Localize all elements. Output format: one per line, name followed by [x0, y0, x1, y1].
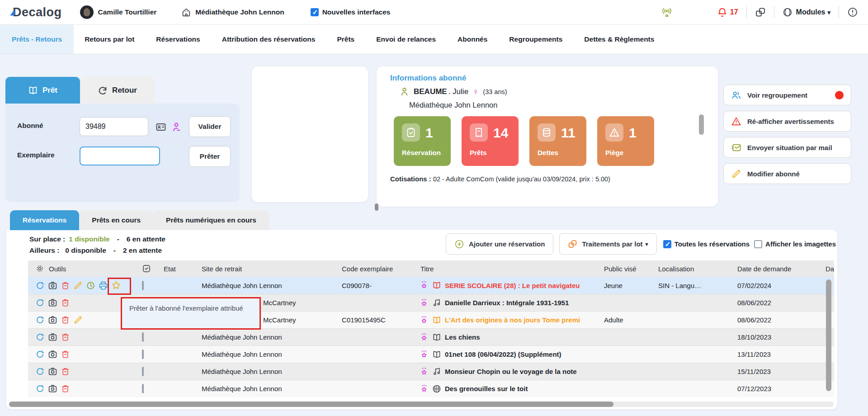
tab-prets-numeriques[interactable]: Prêts numériques en cours — [153, 210, 269, 230]
table-horizontal-scrollbar[interactable] — [9, 402, 613, 407]
renew-icon[interactable] — [35, 384, 45, 393]
nav-regroupements[interactable]: Regroupements — [498, 25, 573, 54]
user-name[interactable]: Camille Tourtillier — [98, 8, 157, 16]
stat-reservation[interactable]: 1 Réservation — [394, 116, 451, 166]
camera-icon[interactable] — [48, 332, 57, 342]
link-chain-icon[interactable] — [755, 7, 766, 18]
row-checkbox[interactable] — [142, 384, 144, 393]
panel-scrollbar[interactable] — [699, 114, 704, 135]
trash-icon[interactable] — [61, 384, 70, 393]
camera-icon[interactable] — [48, 350, 57, 359]
show-thumbnails-checkbox[interactable] — [754, 240, 762, 248]
nav-retours-par-lot[interactable]: Retours par lot — [74, 25, 145, 54]
tab-retour[interactable]: Retour — [80, 77, 155, 104]
tab-retour-label: Retour — [112, 86, 137, 95]
trash-icon[interactable] — [61, 298, 70, 307]
cell-title[interactable]: 01net 108 (06/04/2022) (Supplément) — [445, 350, 561, 358]
table-row[interactable]: Médiathèque John Lennon 01net 108 (06/04… — [28, 345, 834, 363]
preter-button[interactable]: Prêter — [189, 146, 231, 167]
camera-icon[interactable] — [48, 384, 57, 393]
camera-icon[interactable] — [48, 315, 57, 325]
notifications-button[interactable]: 17 — [717, 7, 738, 18]
rfid-antenna-icon[interactable] — [661, 6, 673, 18]
trash-icon[interactable] — [61, 315, 70, 325]
camera-icon[interactable] — [48, 367, 57, 376]
trash-icon[interactable] — [61, 332, 70, 342]
row-checkbox[interactable] — [142, 367, 144, 376]
reafficher-avertissements-button[interactable]: Ré-afficher avertissements — [723, 111, 851, 132]
pencil-icon[interactable] — [73, 315, 83, 325]
row-checkbox[interactable] — [142, 350, 144, 359]
nav-attribution-reservations[interactable]: Attribution des réservations — [211, 25, 326, 54]
nav-prets-retours[interactable]: Prêts - Retours — [0, 25, 74, 54]
cell-title[interactable]: SERIE SCOLAIRE (28) : Le petit navigateu — [445, 282, 580, 289]
cell-title[interactable]: Des grenouilles sur le toit — [445, 385, 528, 392]
cell-title[interactable]: Monsieur Chopin ou le voyage de la note — [445, 368, 577, 375]
modifier-abonne-button[interactable]: Modifier abonné — [723, 163, 851, 184]
renew-icon[interactable] — [35, 281, 45, 290]
row-checkbox[interactable] — [142, 281, 144, 290]
camera-icon[interactable] — [48, 281, 57, 290]
cell-title[interactable]: L'Art des origines à nos jours Tome prem… — [445, 316, 580, 324]
modules-menu[interactable]: Modules ▾ — [783, 7, 830, 17]
stat-prets[interactable]: 14 Prêts — [462, 116, 519, 166]
clock-history-icon[interactable] — [86, 281, 95, 290]
renew-icon[interactable] — [35, 315, 45, 325]
new-interfaces-toggle[interactable]: Nouvelles interfaces — [311, 8, 391, 16]
cell-title[interactable]: Les chiens — [445, 333, 480, 341]
new-interfaces-checkbox[interactable] — [311, 8, 319, 16]
cell-date: 07/02/2024 — [731, 282, 819, 289]
camera-icon[interactable] — [48, 298, 57, 307]
person-minus-icon[interactable] — [171, 122, 182, 132]
stat-piege[interactable]: 1 Piège — [597, 116, 654, 166]
all-reservations-checkbox[interactable] — [663, 240, 671, 248]
nav-abonnes[interactable]: Abonnés — [447, 25, 498, 54]
panel-scroll-dash[interactable] — [375, 203, 378, 211]
stat-dettes[interactable]: 11 Dettes — [529, 116, 586, 166]
current-site[interactable]: Médiathèque John Lennon — [181, 7, 284, 17]
tab-prets-en-cours[interactable]: Prêts en cours — [79, 210, 153, 230]
table-row[interactable]: Médiathèque John Lennon C090078- SERIE S… — [28, 277, 834, 294]
tab-pret[interactable]: Prêt — [5, 77, 80, 104]
all-reservations-toggle[interactable]: Toutes les réservations — [663, 240, 750, 248]
renew-icon[interactable] — [35, 350, 45, 359]
patron-stats: 1 Réservation 14 Prêts 11 Dettes 1 Piège — [394, 116, 654, 166]
gear-icon[interactable] — [35, 264, 44, 273]
select-all-checkbox-icon[interactable] — [142, 264, 151, 273]
exemplaire-input[interactable] — [80, 147, 160, 165]
table-row[interactable]: Médiathèque John Lennon Des grenouilles … — [28, 380, 834, 397]
table-row[interactable]: Médiathèque John Lennon Les chiens 18/10… — [28, 328, 834, 345]
trash-icon[interactable] — [61, 281, 70, 290]
table-vertical-scrollbar[interactable] — [826, 279, 831, 391]
cell-localisation: SIN - Langu… — [652, 282, 731, 289]
abonne-input[interactable] — [80, 117, 148, 136]
id-card-icon[interactable] — [156, 122, 166, 132]
trash-icon[interactable] — [61, 367, 70, 376]
info-icon[interactable] — [847, 7, 858, 18]
envoyer-situation-button[interactable]: Envoyer situation par mail — [723, 137, 851, 158]
pencil-icon[interactable] — [73, 281, 83, 290]
printer-icon[interactable] — [99, 281, 108, 290]
nav-dettes-reglements[interactable]: Dettes & Règlements — [573, 25, 665, 54]
show-thumbnails-toggle[interactable]: Afficher les imagettes — [754, 240, 836, 248]
stat-piege-label: Piège — [605, 149, 623, 156]
cell-title[interactable]: Danielle Darrieux : Intégrale 1931-1951 — [445, 299, 569, 307]
table-row[interactable]: Médiathèque John Lennon Monsieur Chopin … — [28, 363, 834, 380]
patron-info-title: Informations abonné — [390, 74, 466, 83]
tab-reservations[interactable]: Réservations — [10, 210, 79, 230]
renew-icon[interactable] — [35, 367, 45, 376]
nav-envoi-relances[interactable]: Envoi de relances — [365, 25, 447, 54]
renew-icon[interactable] — [35, 332, 45, 342]
add-reservation-button[interactable]: Ajouter une réservation — [446, 233, 553, 255]
renew-icon[interactable] — [35, 298, 45, 307]
trash-icon[interactable] — [61, 350, 70, 359]
nav-reservations[interactable]: Réservations — [145, 25, 211, 54]
valider-button[interactable]: Valider — [189, 116, 231, 137]
user-avatar[interactable] — [80, 5, 94, 19]
batch-actions-button[interactable]: Traitements par lot ▾ — [559, 233, 656, 255]
nav-prets[interactable]: Prêts — [326, 25, 365, 54]
music-note-icon — [432, 367, 441, 376]
header-public: Public visé — [598, 265, 652, 273]
row-checkbox[interactable] — [142, 332, 144, 342]
voir-regroupement-button[interactable]: Voir regroupement — [723, 85, 851, 105]
